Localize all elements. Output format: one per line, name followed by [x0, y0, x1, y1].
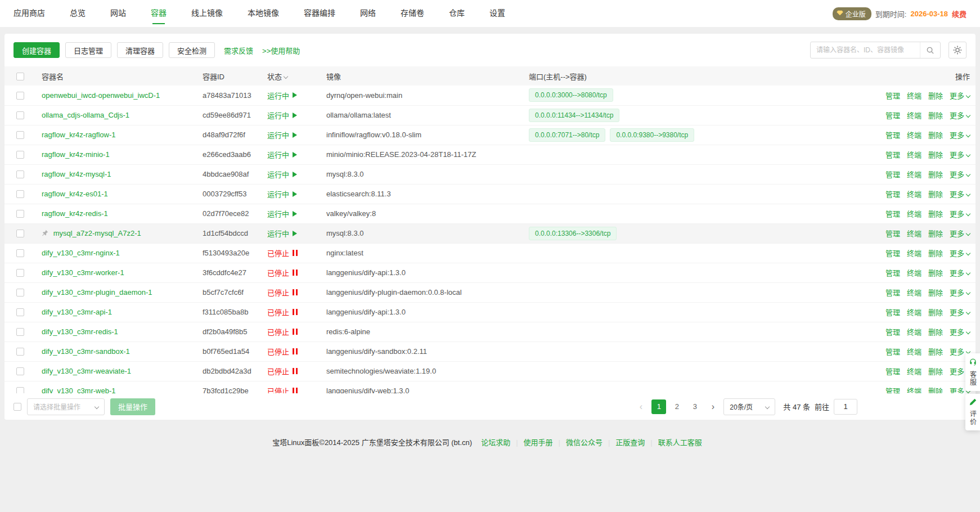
nav-item-存储卷[interactable]: 存储卷 — [401, 0, 424, 27]
row-checkbox[interactable] — [16, 131, 24, 139]
action-terminal[interactable]: 终端 — [907, 367, 921, 376]
batch-operation-select[interactable]: 请选择批量操作 — [27, 398, 105, 415]
action-manage[interactable]: 管理 — [885, 230, 900, 238]
row-checkbox[interactable] — [16, 92, 24, 100]
container-name-link[interactable]: openwebui_iwcd-openwebui_iwcD-1 — [42, 91, 160, 100]
container-name-link[interactable]: dify_v130_c3mr-web-1 — [42, 387, 116, 393]
renew-link[interactable]: 续费 — [952, 8, 966, 19]
license-badge[interactable]: 企业版 — [833, 7, 871, 20]
container-name-link[interactable]: ollama_cdjs-ollama_Cdjs-1 — [42, 111, 129, 119]
log-manage-button[interactable]: 日志管理 — [65, 42, 111, 58]
action-terminal[interactable]: 终端 — [907, 190, 921, 199]
action-manage[interactable]: 管理 — [885, 111, 900, 120]
footer-link-联系人工客服[interactable]: 联系人工客服 — [658, 438, 702, 447]
action-more[interactable]: 更多 — [950, 269, 970, 277]
row-checkbox[interactable] — [16, 190, 24, 198]
action-more[interactable]: 更多 — [950, 249, 970, 258]
row-checkbox[interactable] — [16, 170, 24, 178]
action-manage[interactable]: 管理 — [885, 367, 900, 376]
row-checkbox[interactable] — [16, 249, 24, 257]
container-status[interactable]: 已停止 — [267, 287, 298, 298]
nav-item-仓库[interactable]: 仓库 — [449, 0, 465, 27]
page-button-1[interactable]: 1 — [651, 399, 666, 414]
action-more[interactable]: 更多 — [950, 190, 970, 199]
action-delete[interactable]: 删除 — [928, 348, 943, 356]
container-status[interactable]: 运行中 — [267, 129, 297, 140]
action-more[interactable]: 更多 — [950, 131, 970, 140]
container-name-link[interactable]: dify_v130_c3mr-sandbox-1 — [42, 347, 130, 356]
container-name-link[interactable]: dify_v130_c3mr-plugin_daemon-1 — [42, 288, 152, 297]
security-check-button[interactable]: 安全检测 — [169, 42, 215, 58]
container-name-link[interactable]: dify_v130_c3mr-api-1 — [42, 308, 112, 316]
action-terminal[interactable]: 终端 — [907, 289, 921, 297]
action-manage[interactable]: 管理 — [885, 328, 900, 336]
container-status[interactable]: 已停止 — [267, 267, 298, 278]
action-delete[interactable]: 删除 — [928, 170, 943, 179]
action-terminal[interactable]: 终端 — [907, 230, 921, 238]
container-name-link[interactable]: ragflow_kr4z-redis-1 — [42, 209, 108, 218]
select-all-checkbox[interactable] — [16, 73, 24, 80]
footer-link-使用手册[interactable]: 使用手册 — [524, 438, 553, 447]
container-status[interactable]: 已停止 — [267, 248, 298, 258]
action-delete[interactable]: 删除 — [928, 387, 943, 393]
action-delete[interactable]: 删除 — [928, 131, 943, 140]
help-link[interactable]: >>使用帮助 — [262, 45, 300, 56]
clean-container-button[interactable]: 清理容器 — [117, 42, 163, 58]
container-status[interactable]: 运行中 — [267, 110, 297, 120]
action-delete[interactable]: 删除 — [928, 151, 943, 159]
footer-link-微信公众号[interactable]: 微信公众号 — [566, 438, 603, 447]
container-name-link[interactable]: ragflow_kr4z-es01-1 — [42, 190, 108, 198]
row-checkbox[interactable] — [16, 289, 24, 297]
action-manage[interactable]: 管理 — [885, 151, 900, 159]
container-status[interactable]: 运行中 — [267, 169, 297, 179]
container-status[interactable]: 运行中 — [267, 149, 297, 160]
footer-link-论坛求助[interactable]: 论坛求助 — [481, 438, 510, 447]
row-checkbox[interactable] — [16, 230, 24, 237]
action-more[interactable]: 更多 — [950, 210, 970, 218]
action-more[interactable]: 更多 — [950, 308, 970, 317]
row-checkbox[interactable] — [16, 328, 24, 336]
action-terminal[interactable]: 终端 — [907, 328, 921, 336]
action-terminal[interactable]: 终端 — [907, 111, 921, 120]
container-status[interactable]: 运行中 — [267, 188, 297, 199]
nav-item-网络[interactable]: 网络 — [360, 0, 376, 27]
next-page-icon[interactable]: › — [705, 399, 720, 414]
nav-item-线上镜像[interactable]: 线上镜像 — [191, 0, 223, 27]
action-delete[interactable]: 删除 — [928, 190, 943, 199]
row-checkbox[interactable] — [16, 210, 24, 218]
action-manage[interactable]: 管理 — [885, 289, 900, 297]
action-delete[interactable]: 删除 — [928, 230, 943, 238]
goto-page-input[interactable] — [834, 399, 857, 415]
action-more[interactable]: 更多 — [950, 92, 970, 100]
action-delete[interactable]: 删除 — [928, 289, 943, 297]
action-terminal[interactable]: 终端 — [907, 269, 921, 277]
container-status[interactable]: 运行中 — [267, 208, 297, 219]
prev-page-icon[interactable]: ‹ — [633, 399, 648, 414]
page-button-2[interactable]: 2 — [669, 399, 684, 414]
header-status[interactable]: 状态 — [262, 66, 321, 86]
action-more[interactable]: 更多 — [950, 151, 970, 159]
port-badge[interactable]: 0.0.0.0:3000-->8080/tcp — [529, 88, 613, 102]
customer-service-widget[interactable]: 客服 — [965, 353, 980, 391]
action-more[interactable]: 更多 — [950, 328, 970, 336]
action-delete[interactable]: 删除 — [928, 308, 943, 317]
row-checkbox[interactable] — [16, 151, 24, 159]
action-manage[interactable]: 管理 — [885, 131, 900, 140]
action-terminal[interactable]: 终端 — [907, 170, 921, 179]
action-delete[interactable]: 删除 — [928, 111, 943, 120]
container-status[interactable]: 运行中 — [267, 90, 297, 101]
action-more[interactable]: 更多 — [950, 111, 970, 120]
search-icon[interactable] — [920, 42, 940, 58]
port-badge[interactable]: 0.0.0.0:9380-->9380/tcp — [610, 128, 694, 142]
action-terminal[interactable]: 终端 — [907, 210, 921, 218]
nav-item-容器[interactable]: 容器 — [151, 0, 167, 27]
action-terminal[interactable]: 终端 — [907, 151, 921, 159]
container-name-link[interactable]: dify_v130_c3mr-weaviate-1 — [42, 367, 131, 375]
review-widget[interactable]: 评价 — [965, 394, 980, 430]
action-manage[interactable]: 管理 — [885, 210, 900, 218]
container-status[interactable]: 已停止 — [267, 366, 298, 376]
row-checkbox[interactable] — [16, 387, 24, 393]
action-manage[interactable]: 管理 — [885, 348, 900, 356]
container-status[interactable]: 已停止 — [267, 385, 298, 393]
action-manage[interactable]: 管理 — [885, 190, 900, 199]
